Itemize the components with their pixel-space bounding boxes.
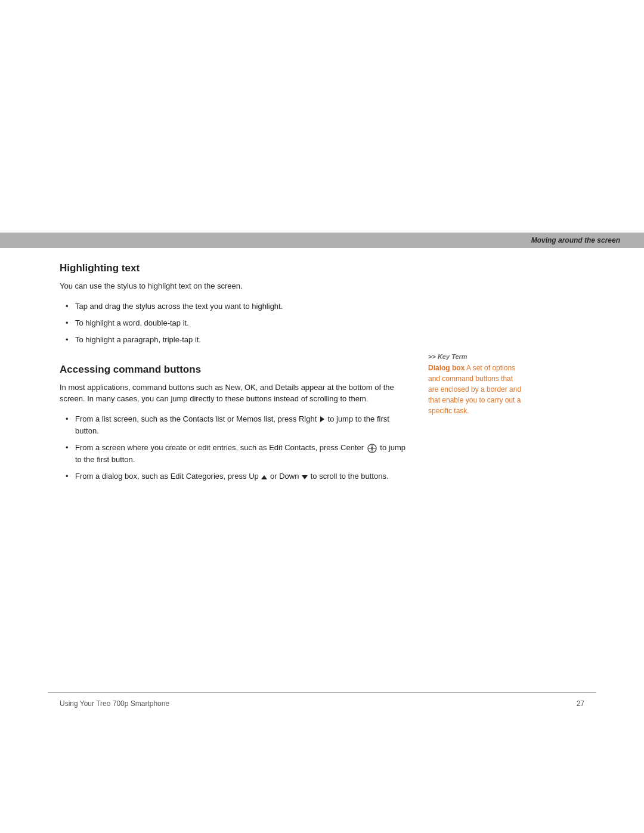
section-command-buttons: Accessing command buttons In most applic… (60, 364, 405, 483)
keyterm-label: Key Term (428, 353, 524, 360)
list-item: To highlight a paragraph, triple-tap it. (66, 334, 405, 346)
list-item: From a dialog box, such as Edit Categori… (66, 470, 405, 482)
center-icon (367, 444, 377, 453)
arrow-up-icon (261, 475, 267, 479)
section1-intro: You can use the stylus to highlight text… (60, 280, 405, 292)
bullet-text-end: to scroll to the buttons. (311, 472, 389, 481)
keyterm-body: Dialog box A set of options and command … (428, 363, 524, 416)
section1-title: Highlighting text (60, 262, 405, 274)
header-bar-title: Moving around the screen (531, 236, 620, 244)
arrow-right-icon (320, 416, 324, 422)
sidebar-keyterm: Key Term Dialog box A set of options and… (428, 353, 524, 416)
footer-left-text: Using Your Treo 700p Smartphone (60, 699, 169, 708)
section2-bullets: From a list screen, such as the Contacts… (60, 413, 405, 483)
section1-bullets: Tap and drag the stylus across the text … (60, 301, 405, 346)
section2-intro: In most applications, command buttons su… (60, 382, 405, 405)
list-item: To highlight a word, double-tap it. (66, 317, 405, 329)
list-item: Tap and drag the stylus across the text … (66, 301, 405, 312)
svg-point-3 (371, 447, 373, 450)
footer-page-number: 27 (577, 699, 584, 708)
bullet-text-or: or Down (270, 472, 301, 481)
section2-title: Accessing command buttons (60, 364, 405, 376)
list-item: From a screen where you create or edit e… (66, 442, 405, 466)
section-highlighting-text: Highlighting text You can use the stylus… (60, 262, 405, 346)
footer-divider (48, 692, 596, 693)
header-bar: Moving around the screen (0, 233, 644, 248)
keyterm-term: Dialog box (428, 364, 465, 372)
arrow-down-icon (302, 475, 308, 479)
bullet-text: From a list screen, such as the Contacts… (75, 414, 319, 423)
main-content: Highlighting text You can use the stylus… (60, 262, 405, 501)
bullet-text: From a screen where you create or edit e… (75, 443, 366, 452)
bullet-text: From a dialog box, such as Edit Categori… (75, 472, 261, 481)
list-item: From a list screen, such as the Contacts… (66, 413, 405, 437)
